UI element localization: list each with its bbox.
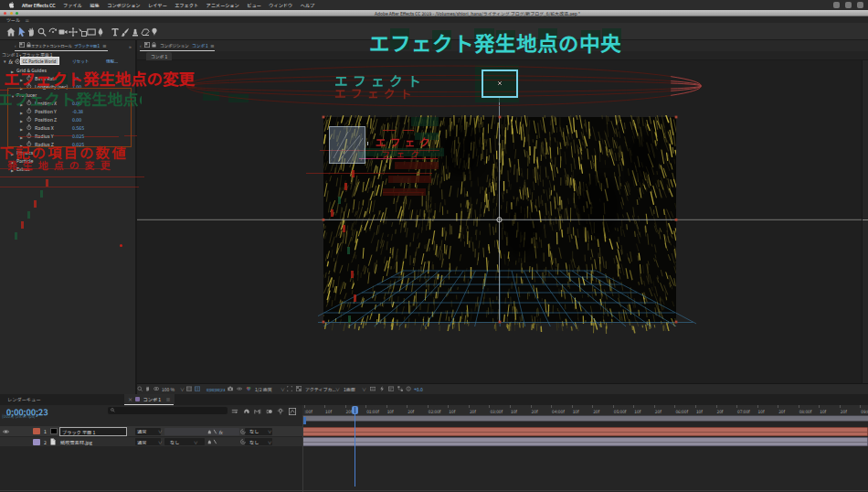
timeline-divider[interactable] (302, 415, 303, 492)
menu-item-アニメーション[interactable]: アニメーション (206, 0, 239, 10)
menu-item-コンポジション[interactable]: コンポジション (107, 0, 140, 10)
motion-blur-icon[interactable] (266, 408, 273, 415)
menu-item-ヘルプ[interactable]: ヘルプ (301, 0, 315, 10)
param-value[interactable]: 1.00 (72, 82, 81, 91)
stopwatch-icon[interactable] (26, 100, 32, 106)
layer-name[interactable]: ブラック 平面 1 (59, 427, 127, 436)
layer-duration-bar[interactable] (302, 427, 868, 436)
param-value[interactable]: 0.00 (72, 99, 81, 107)
param-name[interactable]: Extras (16, 165, 30, 173)
dropdown-icon[interactable]: ∨ (281, 386, 285, 392)
menu-item-レイヤー[interactable]: レイヤー (148, 0, 167, 10)
timeline-search-input[interactable] (108, 407, 228, 415)
playhead-line[interactable] (355, 406, 355, 487)
stopwatch-icon[interactable] (26, 141, 32, 147)
stopwatch-icon[interactable] (26, 108, 32, 114)
param-value[interactable]: 2.0 (72, 74, 79, 82)
tool-pen[interactable] (95, 27, 106, 37)
layer-label-color[interactable] (33, 428, 40, 434)
parent-dropdown[interactable]: なし (249, 428, 259, 434)
layer-duration-bar[interactable] (302, 437, 868, 446)
resolution-dropdown[interactable]: 1/2 画質 (255, 386, 272, 392)
composition-tab-comp[interactable]: コンポ 1 (192, 43, 208, 48)
layer-row-1[interactable]: 1ブラック 平面 1通常∨fxなし∨ (0, 426, 302, 437)
mask-visibility-icon[interactable] (153, 386, 159, 392)
param-name[interactable]: Radius X (35, 123, 54, 132)
effect-about-button[interactable]: 情報... (106, 59, 118, 64)
menu-item-エフェクト[interactable]: エフェクト (175, 0, 198, 10)
param-name[interactable]: Birth Rate (35, 74, 57, 82)
stopwatch-icon[interactable] (26, 75, 32, 81)
dropdown-icon[interactable]: ∨ (180, 386, 185, 392)
quality-switch-icon[interactable] (207, 439, 226, 445)
fast-preview-icon[interactable] (379, 386, 385, 392)
param-name[interactable]: Physics (16, 148, 33, 156)
param-name[interactable]: Radius Y (35, 132, 53, 140)
trkmat-dropdown[interactable]: なし (170, 439, 179, 445)
exposure-value[interactable]: +0.0 (414, 386, 423, 392)
show-snapshot-icon[interactable] (237, 386, 242, 392)
stopwatch-icon[interactable] (26, 83, 32, 90)
status-icon[interactable] (833, 2, 840, 8)
quality-switch-icon[interactable]: fx (207, 429, 226, 435)
comp-timecode[interactable]: 0;00;00;23 (206, 387, 225, 392)
chevron-icon[interactable]: ‹ (140, 42, 142, 48)
snapshot-icon[interactable] (228, 386, 233, 392)
menu-item-ファイル[interactable]: ファイル (63, 0, 82, 10)
timeline-comp-tab[interactable]: × コンポ 1 ≡ (124, 394, 175, 404)
effect-controls-tab-layer[interactable]: ブラック 平面 1 (74, 43, 99, 48)
effect-controls-tab-title[interactable]: エフェクトコントロール (31, 43, 71, 48)
work-area-bar[interactable] (302, 415, 868, 422)
comp-handle[interactable] (323, 321, 325, 324)
effect-name[interactable]: CC Particle World (20, 57, 59, 65)
menu-item-ビュー[interactable]: ビュー (247, 0, 261, 10)
time-ruler[interactable]: :00f10f20f01:00f10f20f02:00f10f20f03:00f… (302, 405, 868, 415)
param-name[interactable]: Longevity (sec) (35, 82, 68, 91)
param-name[interactable]: Position Z (35, 115, 57, 123)
param-name[interactable]: Position X (35, 99, 57, 107)
comp-handle[interactable] (323, 219, 325, 221)
comp-handle[interactable] (675, 219, 678, 221)
comp-handle[interactable] (675, 321, 678, 324)
render-queue-tab[interactable]: レンダーキュー (7, 396, 40, 402)
zoom-level-dropdown[interactable]: 100 % (162, 386, 175, 392)
tool-zoom[interactable] (37, 27, 48, 37)
menu-item-app[interactable]: After Effects CC (22, 0, 56, 10)
layer-name[interactable]: 紙吹雪素材.jpg (60, 439, 92, 445)
dropdown-icon[interactable]: ∨ (335, 386, 340, 392)
chevron-icon[interactable]: ‹ (15, 42, 16, 48)
comp-handle[interactable] (499, 321, 502, 324)
timeline-icon[interactable] (388, 386, 394, 392)
comp-handle[interactable] (675, 116, 678, 119)
composition-tab-title[interactable]: コンポジション (160, 43, 188, 48)
param-name[interactable]: Radius Z (35, 140, 54, 148)
transparency-grid-icon[interactable] (296, 386, 302, 392)
minimize-window-button[interactable] (10, 12, 13, 15)
layer-row-2[interactable]: 2紙吹雪素材.jpg通常∨なし∨なし∨ (0, 437, 302, 448)
close-window-button[interactable] (4, 12, 6, 15)
pickwhip-icon[interactable] (240, 429, 246, 435)
menu-item-ウィンドウ[interactable]: ウィンドウ (269, 0, 292, 10)
status-icon[interactable] (857, 2, 863, 8)
stopwatch-icon[interactable] (26, 133, 32, 139)
frame-blend-icon[interactable] (254, 408, 261, 415)
menu-item-編集[interactable]: 編集 (90, 0, 99, 10)
panel-expand-icon[interactable]: » (129, 43, 132, 49)
tab-close-icon[interactable]: × (128, 396, 132, 402)
shy-icon[interactable] (243, 408, 250, 415)
stopwatch-icon[interactable] (26, 116, 32, 123)
lock-icon[interactable] (152, 42, 156, 48)
param-name[interactable]: Position Y (35, 107, 57, 115)
param-name[interactable]: Producer (16, 91, 37, 99)
effect-reset-button[interactable]: リセット (72, 59, 89, 64)
comp-handle[interactable] (499, 116, 502, 119)
blend-mode-dropdown[interactable]: 通常 (137, 428, 146, 434)
twirl-open-icon[interactable]: ▼ (3, 59, 6, 64)
grid-guides-icon[interactable] (195, 386, 200, 392)
view-layout-dropdown[interactable]: 1画面 (344, 386, 355, 392)
tool-puppet-pin[interactable] (149, 27, 160, 37)
playhead-marker[interactable] (352, 406, 358, 414)
panel-menu-icon[interactable]: ≡ (210, 43, 215, 48)
param-name[interactable]: Grid & Guides (16, 66, 47, 74)
pickwhip-icon[interactable] (240, 439, 246, 445)
